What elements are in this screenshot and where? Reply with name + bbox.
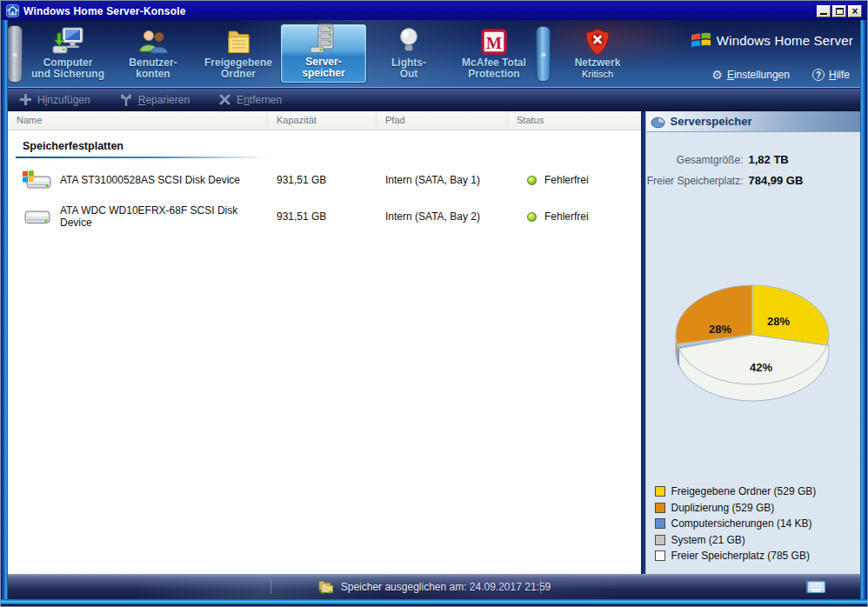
column-header-status[interactable]: Status bbox=[508, 111, 641, 130]
total-size-value: 1,82 TB bbox=[749, 150, 789, 170]
column-header-name[interactable]: Name bbox=[8, 111, 268, 130]
legend-swatch bbox=[655, 550, 665, 561]
legend-item: System (21 GB) bbox=[655, 532, 817, 549]
nav-computer-und-sicherung[interactable]: Computerund Sicherung bbox=[25, 24, 110, 83]
window-frame-left bbox=[1, 20, 8, 606]
window-title: Windows Home Server-Konsole bbox=[23, 5, 186, 17]
legend-swatch bbox=[655, 535, 665, 545]
status-ok-icon bbox=[527, 212, 537, 222]
keyboard-icon[interactable] bbox=[807, 581, 825, 597]
actionbar: Hinzufügen Reparieren Entfernen bbox=[8, 89, 860, 111]
nav-label: NetzwerkKritisch bbox=[575, 57, 621, 80]
repair-button[interactable]: Reparieren bbox=[120, 94, 190, 106]
users-icon bbox=[137, 24, 169, 56]
free-space-label: Freier Speicherplatz: bbox=[646, 171, 744, 191]
remove-button[interactable]: Entfernen bbox=[219, 94, 282, 106]
folder-icon bbox=[224, 24, 252, 56]
total-size-label: Gesamtgröße: bbox=[646, 150, 744, 170]
nav-serverspeicher[interactable]: Server-speicher bbox=[281, 24, 366, 83]
whs-console-window: Windows Home Server-Konsole × « bbox=[0, 0, 868, 607]
nav-lights-out[interactable]: Lights-Out bbox=[366, 24, 451, 83]
pie-label-duplizierung: 28% bbox=[708, 323, 731, 336]
x-icon bbox=[219, 94, 230, 105]
nav-label: Benutzer-konten bbox=[129, 57, 177, 80]
chart-legend: Freigegebene Ordner (529 GB) Duplizierun… bbox=[655, 484, 817, 564]
expand-toolbar-button[interactable]: » bbox=[536, 26, 551, 82]
serverspeicher-panel: Serverspeicher Gesamtgröße: 1,82 TB Frei… bbox=[645, 111, 861, 574]
pie-depth-sicherungen bbox=[678, 347, 678, 364]
computer-icon bbox=[51, 24, 84, 56]
nav-freigegebene-ordner[interactable]: FreigegebeneOrdner bbox=[196, 24, 281, 83]
disk-capacity: 931,51 GB bbox=[268, 210, 377, 223]
disk-status: Fehlerfrei bbox=[544, 210, 589, 223]
disk-status: Fehlerfrei bbox=[544, 174, 589, 186]
disk-path: Intern (SATA, Bay 2) bbox=[377, 210, 508, 223]
pie-label-freigegebene: 28% bbox=[766, 315, 789, 328]
nav-benutzerkonten[interactable]: Benutzer-konten bbox=[110, 24, 196, 83]
nav-label: McAfee TotalProtection bbox=[462, 57, 526, 80]
maximize-icon bbox=[836, 8, 844, 15]
system-disk-icon bbox=[22, 169, 51, 191]
network-warning-shield-icon bbox=[585, 24, 610, 56]
plus-icon bbox=[20, 94, 31, 105]
statusbar-separator bbox=[540, 579, 541, 594]
legend-item: Freigegebene Ordner (529 GB) bbox=[655, 484, 817, 500]
group-underline bbox=[16, 157, 270, 158]
window-frame-right bbox=[860, 20, 867, 606]
close-button[interactable]: × bbox=[848, 5, 862, 17]
collapse-toolbar-button[interactable]: « bbox=[7, 25, 23, 83]
group-title: Speicherfestplatten bbox=[23, 140, 124, 152]
home-server-app-icon bbox=[6, 4, 19, 17]
legend-swatch bbox=[655, 486, 665, 497]
nav-label: Computerund Sicherung bbox=[31, 57, 104, 80]
column-header-kapazitaet[interactable]: Kapazität bbox=[268, 111, 377, 130]
minimize-icon bbox=[820, 13, 827, 15]
table-row[interactable]: ATA WDC WD10EFRX-68F SCSI Disk Device 93… bbox=[8, 202, 641, 231]
panel-header: Serverspeicher bbox=[646, 111, 861, 132]
nav-netzwerk[interactable]: NetzwerkKritisch bbox=[556, 24, 639, 83]
storage-balance-icon bbox=[317, 579, 334, 594]
disk-capacity: 931,51 GB bbox=[268, 174, 377, 186]
nav-mcafee-total-protection[interactable]: M McAfee TotalProtection bbox=[451, 24, 537, 83]
nav-label: FreigegebeneOrdner bbox=[204, 57, 272, 80]
group-header: Speicherfestplatten bbox=[8, 130, 641, 158]
pie-slice-freigegebene-ordner bbox=[752, 285, 829, 345]
legend-item: Computersicherungen (14 KB) bbox=[655, 516, 817, 532]
nav-label: Server-speicher bbox=[302, 57, 344, 79]
minimize-button[interactable] bbox=[817, 5, 831, 17]
gear-icon: ⚙ bbox=[711, 69, 723, 81]
disk-name: ATA ST31000528AS SCSI Disk Device bbox=[60, 174, 240, 186]
storage-pie-chart: 28% 28% 42% bbox=[657, 272, 848, 408]
statusbar: Speicher ausgeglichen am: 24.09.2017 21:… bbox=[8, 574, 860, 599]
pie-label-frei: 42% bbox=[749, 361, 771, 374]
windows-flag-icon bbox=[691, 31, 711, 50]
pie-chart-icon bbox=[651, 115, 665, 129]
help-button[interactable]: ? Hilfe bbox=[812, 69, 850, 81]
status-text: Speicher ausgeglichen am: 24.09.2017 21:… bbox=[341, 581, 551, 593]
disk-icon bbox=[22, 205, 51, 228]
maximize-button[interactable] bbox=[832, 5, 846, 17]
legend-item: Freier Speicherplatz (785 GB) bbox=[655, 548, 817, 564]
legend-swatch bbox=[655, 503, 665, 513]
close-icon: × bbox=[851, 7, 858, 16]
server-icon bbox=[309, 23, 338, 55]
mcafee-icon: M bbox=[480, 24, 508, 56]
statusbar-separator bbox=[270, 579, 271, 594]
column-header-pfad[interactable]: Pfad bbox=[377, 111, 508, 130]
add-button[interactable]: Hinzufügen bbox=[20, 94, 90, 106]
disk-table: Name Kapazität Pfad Status Speicherfestp… bbox=[8, 111, 641, 574]
brand-text: Windows Home Server bbox=[717, 33, 853, 48]
table-header: Name Kapazität Pfad Status bbox=[8, 111, 641, 130]
lightbulb-icon bbox=[397, 24, 420, 56]
status-ok-icon bbox=[527, 176, 537, 185]
wrench-icon bbox=[120, 94, 132, 106]
brand-logo: Windows Home Server bbox=[691, 31, 853, 50]
table-row[interactable]: ATA ST31000528AS SCSI Disk Device 931,51… bbox=[8, 165, 641, 195]
storage-stats: Gesamtgröße: 1,82 TB Freier Speicherplat… bbox=[646, 150, 861, 191]
legend-item: Duplizierung (529 GB) bbox=[655, 500, 817, 517]
titlebar[interactable]: Windows Home Server-Konsole × bbox=[3, 2, 865, 20]
window-frame-bottom bbox=[1, 599, 867, 606]
panel-title: Serverspeicher bbox=[671, 115, 752, 128]
help-icon: ? bbox=[812, 69, 825, 81]
settings-button[interactable]: ⚙ Einstellungen bbox=[711, 69, 790, 81]
